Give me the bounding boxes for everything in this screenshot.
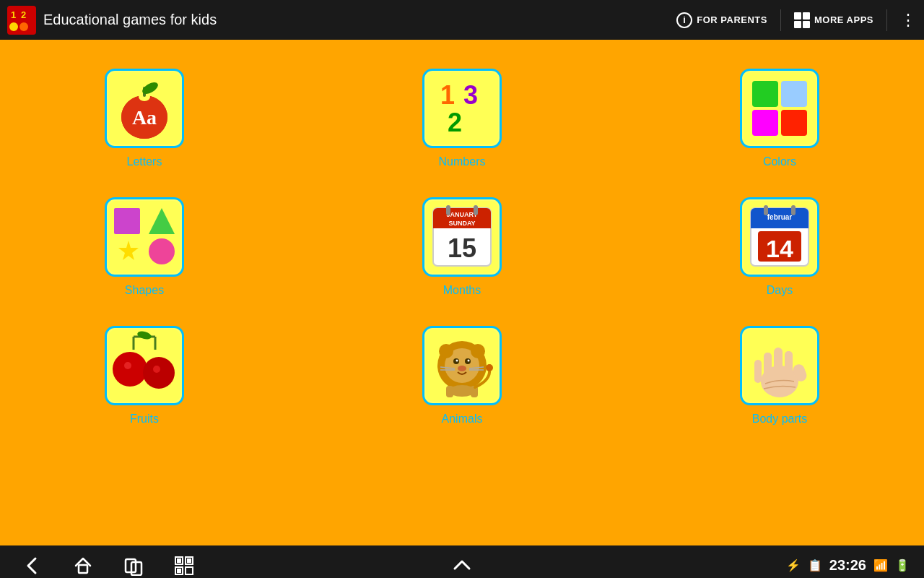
colors-label: Colors — [763, 155, 796, 168]
svg-rect-74 — [764, 353, 772, 383]
category-shapes[interactable]: Shapes — [43, 197, 245, 297]
numbers-label: Numbers — [439, 155, 486, 168]
shapes-icon-box — [105, 197, 184, 277]
bodyparts-icon-box — [740, 326, 819, 405]
battery-icon: 🔋 — [895, 558, 910, 572]
overflow-menu-button[interactable]: ⋮ — [900, 11, 917, 30]
svg-point-62 — [458, 366, 466, 371]
svg-text:14: 14 — [766, 235, 793, 262]
category-animals[interactable]: Animals — [361, 326, 563, 426]
svg-text:SUNDAY: SUNDAY — [448, 220, 475, 227]
main-content: Aa Letters 1 3 2 Numbers — [0, 40, 924, 545]
svg-rect-22 — [114, 208, 140, 234]
status-bar: ⚡ 📋 23:26 📶 🔋 — [786, 557, 910, 574]
letters-label: Letters — [127, 155, 162, 168]
svg-point-52 — [153, 366, 160, 373]
divider2 — [886, 9, 887, 31]
svg-point-3 — [9, 22, 18, 31]
app-icon: 1 2 — [7, 6, 36, 35]
category-months[interactable]: JANUARY SUNDAY 15 Months — [361, 197, 563, 297]
svg-rect-34 — [474, 205, 478, 215]
svg-rect-78 — [79, 565, 87, 573]
svg-rect-86 — [187, 558, 191, 563]
svg-point-57 — [471, 344, 485, 358]
days-label: Days — [767, 284, 793, 297]
app-title: Educational games for kids — [43, 12, 676, 28]
fruits-label: Fruits — [130, 413, 159, 426]
category-days[interactable]: februar 14 Days — [679, 197, 881, 297]
svg-text:Aa: Aa — [132, 106, 157, 129]
svg-rect-76 — [785, 351, 793, 383]
svg-rect-75 — [774, 348, 783, 382]
svg-point-56 — [439, 344, 453, 358]
svg-point-49 — [113, 352, 147, 387]
svg-point-25 — [149, 238, 175, 264]
signal-icon: 📶 — [873, 558, 888, 572]
svg-text:2: 2 — [21, 9, 26, 20]
recents-button[interactable] — [116, 550, 152, 579]
category-bodyparts[interactable]: Body parts — [679, 326, 881, 426]
svg-rect-38 — [751, 221, 808, 228]
fruits-icon-box — [105, 326, 184, 405]
svg-text:1: 1 — [440, 80, 455, 110]
svg-text:3: 3 — [463, 80, 478, 110]
svg-rect-68 — [446, 386, 453, 397]
numbers-icon-box: 1 3 2 — [422, 69, 502, 148]
svg-rect-33 — [446, 205, 450, 215]
for-parents-button[interactable]: i FOR PARENTS — [676, 12, 767, 28]
svg-text:15: 15 — [448, 233, 476, 263]
category-fruits[interactable]: Fruits — [43, 326, 245, 426]
svg-point-61 — [468, 360, 470, 362]
back-button[interactable] — [14, 550, 51, 579]
animals-label: Animals — [442, 413, 483, 426]
grid-icon — [794, 12, 810, 28]
days-icon-box: februar 14 — [740, 197, 819, 277]
bottom-bar: ⚡ 📋 23:26 📶 🔋 — [0, 545, 924, 578]
bodyparts-label: Body parts — [752, 413, 807, 426]
svg-text:1: 1 — [11, 9, 16, 20]
divider — [780, 9, 781, 31]
svg-rect-19 — [752, 110, 778, 136]
svg-text:februar: februar — [767, 213, 793, 221]
svg-rect-20 — [781, 110, 807, 136]
category-grid: Aa Letters 1 3 2 Numbers — [43, 69, 881, 426]
svg-point-60 — [456, 360, 458, 362]
svg-text:JANUARY: JANUARY — [446, 211, 477, 218]
svg-rect-43 — [791, 205, 796, 215]
info-icon: i — [676, 12, 692, 28]
topbar-right: i FOR PARENTS MORE APPS ⋮ — [676, 9, 917, 31]
months-icon-box: JANUARY SUNDAY 15 — [422, 197, 502, 277]
more-apps-button[interactable]: MORE APPS — [794, 12, 873, 28]
svg-rect-42 — [764, 205, 768, 215]
animals-icon-box — [422, 326, 502, 405]
top-bar: 1 2 Educational games for kids i FOR PAR… — [0, 0, 924, 40]
svg-rect-73 — [754, 360, 762, 383]
svg-text:2: 2 — [448, 108, 462, 137]
svg-point-50 — [124, 362, 131, 369]
shapes-label: Shapes — [125, 284, 164, 297]
svg-point-70 — [486, 364, 493, 371]
months-label: Months — [443, 284, 481, 297]
letters-icon-box: Aa — [105, 69, 184, 148]
category-numbers[interactable]: 1 3 2 Numbers — [361, 69, 563, 168]
usb-icon: ⚡ — [786, 558, 801, 572]
svg-rect-18 — [781, 81, 807, 107]
up-button[interactable] — [452, 554, 472, 577]
svg-rect-17 — [752, 81, 778, 107]
svg-point-4 — [19, 22, 28, 31]
category-letters[interactable]: Aa Letters — [43, 69, 245, 168]
home-button[interactable] — [65, 550, 101, 579]
sim-icon: 📋 — [808, 558, 822, 572]
svg-point-51 — [143, 357, 175, 389]
svg-rect-84 — [186, 567, 193, 574]
svg-rect-85 — [177, 558, 181, 563]
category-colors[interactable]: Colors — [679, 69, 881, 168]
colors-icon-box — [740, 69, 819, 148]
qr-button[interactable] — [166, 550, 202, 579]
time-display: 23:26 — [829, 557, 866, 574]
svg-rect-87 — [177, 569, 181, 573]
